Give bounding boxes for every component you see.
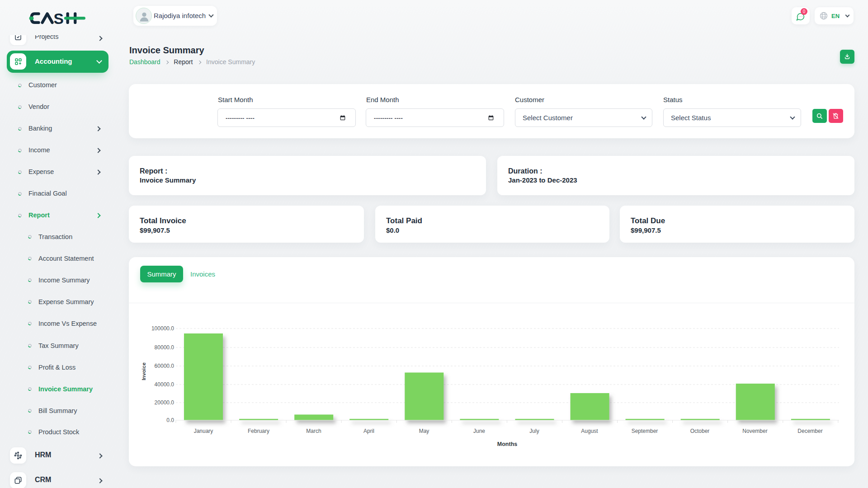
svg-text:Invoice: Invoice xyxy=(141,362,146,380)
svg-text:December: December xyxy=(797,428,822,434)
svg-text:Months: Months xyxy=(497,441,517,447)
svg-text:100000.0: 100000.0 xyxy=(151,325,174,332)
svg-text:May: May xyxy=(419,428,429,434)
svg-text:June: June xyxy=(473,428,485,434)
svg-text:60000.0: 60000.0 xyxy=(155,363,175,369)
svg-text:February: February xyxy=(248,428,269,434)
svg-text:20000.0: 20000.0 xyxy=(155,399,175,406)
svg-text:April: April xyxy=(363,428,374,434)
svg-text:July: July xyxy=(529,428,539,434)
svg-text:October: October xyxy=(690,428,710,434)
svg-text:November: November xyxy=(742,428,767,434)
svg-text:40000.0: 40000.0 xyxy=(155,381,175,388)
svg-text:0.0: 0.0 xyxy=(166,417,174,423)
svg-text:80000.0: 80000.0 xyxy=(155,344,175,351)
svg-text:March: March xyxy=(306,428,321,434)
svg-text:S: S xyxy=(54,10,64,27)
svg-text:September: September xyxy=(632,428,658,434)
svg-text:August: August xyxy=(581,428,598,434)
svg-text:January: January xyxy=(194,428,213,434)
